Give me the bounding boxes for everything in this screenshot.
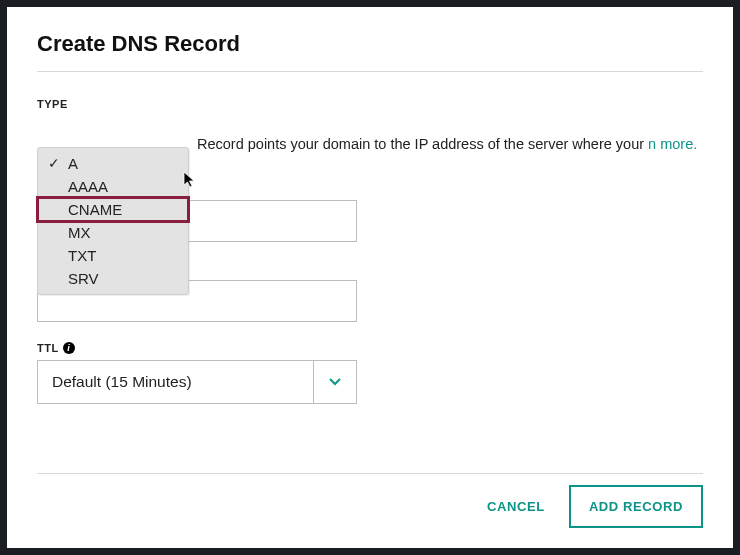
ttl-select-value: Default (15 Minutes)	[37, 360, 313, 404]
description-text: Record points your domain to the IP addr…	[197, 136, 644, 152]
ttl-caret-button[interactable]	[313, 360, 357, 404]
info-icon[interactable]: i	[63, 342, 75, 354]
type-label: TYPE	[37, 98, 703, 110]
create-dns-record-dialog: Create DNS Record TYPE Record points you…	[7, 7, 733, 548]
dialog-title: Create DNS Record	[37, 31, 703, 57]
dropdown-item-label: A	[68, 155, 78, 172]
ttl-label: TTL i	[37, 342, 703, 354]
check-icon: ✓	[48, 155, 60, 171]
dropdown-item-aaaa[interactable]: AAAA	[38, 175, 188, 198]
dropdown-item-label: AAAA	[68, 178, 108, 195]
cancel-button[interactable]: CANCEL	[481, 489, 551, 524]
ttl-section: TTL i Default (15 Minutes)	[37, 342, 703, 404]
type-section: TYPE	[37, 98, 703, 110]
dropdown-item-label: MX	[68, 224, 91, 241]
learn-more-partial[interactable]: n more.	[648, 136, 697, 152]
ttl-select[interactable]: Default (15 Minutes)	[37, 360, 357, 404]
cursor-icon	[183, 171, 197, 189]
dropdown-item-cname[interactable]: CNAME	[38, 198, 188, 221]
dropdown-item-label: SRV	[68, 270, 99, 287]
add-record-button[interactable]: ADD RECORD	[569, 485, 703, 528]
dialog-footer: CANCEL ADD RECORD	[481, 485, 703, 528]
dropdown-item-txt[interactable]: TXT	[38, 244, 188, 267]
dropdown-item-a[interactable]: ✓ A	[38, 152, 188, 175]
ttl-label-text: TTL	[37, 342, 59, 354]
dropdown-item-srv[interactable]: SRV	[38, 267, 188, 290]
type-dropdown[interactable]: ✓ A AAAA CNAME MX TXT SRV	[37, 147, 189, 295]
dropdown-item-label: TXT	[68, 247, 96, 264]
chevron-down-icon	[329, 378, 341, 386]
dropdown-item-label: CNAME	[68, 201, 122, 218]
divider-bottom	[37, 473, 703, 474]
divider-top	[37, 71, 703, 72]
dropdown-item-mx[interactable]: MX	[38, 221, 188, 244]
